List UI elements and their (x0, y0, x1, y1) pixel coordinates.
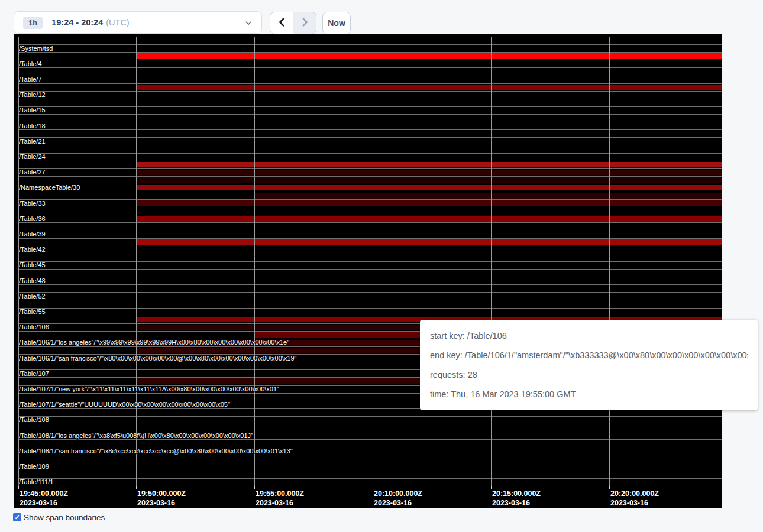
heatmap-cell[interactable] (609, 216, 722, 222)
row-label: /Table/108 (19, 416, 49, 424)
span-boundary-line (18, 129, 722, 130)
heatmap-cell[interactable] (254, 85, 373, 90)
heatmap-cell[interactable] (254, 170, 373, 176)
heatmap-cell[interactable] (373, 193, 491, 199)
heatmap-cell[interactable] (136, 216, 254, 222)
span-boundary-line (18, 246, 722, 246)
span-boundary-line (18, 215, 722, 215)
heatmap-cell[interactable] (609, 162, 722, 168)
time-nav-button-group (270, 12, 316, 34)
heatmap-cell[interactable] (373, 177, 491, 183)
heatmap-cell[interactable] (491, 85, 609, 90)
span-boundary-line (18, 277, 722, 277)
prev-time-button[interactable] (270, 12, 293, 34)
heatmap-cell[interactable] (254, 325, 373, 330)
span-boundary-line (18, 44, 722, 45)
tooltip-end-key: end key: /Table/106/1/"amsterdam"/"\xb33… (430, 351, 748, 360)
heatmap-cell[interactable] (254, 200, 373, 206)
heatmap-cell[interactable] (136, 85, 254, 90)
heatmap-cell[interactable] (136, 53, 254, 59)
heatmap-cell[interactable] (373, 170, 491, 176)
row-label: /Table/21 (19, 138, 46, 145)
tooltip-start-key: start key: /Table/106 (430, 331, 748, 340)
heatmap-cell[interactable] (254, 332, 373, 338)
x-axis-tick: 19:50:00.000Z2023-03-16 (137, 489, 186, 508)
heatmap-cell[interactable] (136, 325, 254, 330)
chevron-left-icon (277, 17, 287, 29)
span-boundary-line (18, 269, 722, 270)
span-boundary-line (18, 161, 722, 161)
heatmap-cell[interactable] (609, 185, 722, 191)
x-axis-tick-time: 19:45:00.000Z (20, 489, 68, 498)
next-time-button[interactable] (293, 12, 316, 34)
heatmap-cell[interactable] (136, 200, 254, 206)
heatmap-cell[interactable] (254, 239, 373, 245)
heatmap-cell[interactable] (136, 348, 254, 353)
heatmap-cell[interactable] (609, 200, 722, 206)
heatmap-cell[interactable] (609, 177, 722, 183)
heatmap-cell[interactable] (136, 378, 254, 384)
heatmap-cell[interactable] (136, 162, 254, 168)
span-tooltip: start key: /Table/106 end key: /Table/10… (420, 320, 758, 410)
heatmap-cell[interactable] (609, 239, 722, 245)
heatmap-cell[interactable] (491, 200, 609, 206)
axis-tick-mark (373, 486, 373, 489)
now-button[interactable]: Now (322, 12, 351, 34)
heatmap-cell[interactable] (491, 177, 609, 183)
span-boundary-line (18, 424, 722, 424)
x-axis-tick-time: 19:55:00.000Z (256, 489, 304, 498)
heatmap-cell[interactable] (491, 216, 609, 222)
axis-tick-mark (254, 486, 255, 489)
heatmap-cell[interactable] (491, 185, 609, 191)
heatmap-cell[interactable] (373, 185, 491, 191)
heatmap-cell[interactable] (254, 177, 373, 183)
heatmap-cell[interactable] (136, 317, 254, 323)
heatmap-cell[interactable] (254, 348, 373, 353)
row-label: /Table/106/1/"los angeles"/"\x99\x99\x99… (19, 339, 289, 346)
key-visualizer-heatmap[interactable]: /System/tsd/Table/4/Table/7/Table/12/Tab… (14, 34, 722, 508)
heatmap-cell[interactable] (609, 53, 722, 59)
span-boundary-line (18, 192, 722, 192)
heatmap-cell[interactable] (373, 200, 491, 206)
heatmap-cell[interactable] (136, 170, 254, 176)
heatmap-cell[interactable] (254, 53, 373, 59)
time-range-selector[interactable]: 1h 19:24 - 20:24 (UTC) (14, 11, 262, 34)
heatmap-cell[interactable] (491, 162, 609, 168)
heatmap-cell[interactable] (373, 216, 491, 222)
heatmap-cell[interactable] (254, 185, 373, 191)
heatmap-cell[interactable] (491, 53, 609, 59)
heatmap-cell[interactable] (609, 170, 722, 176)
heatmap-cell[interactable] (254, 216, 373, 222)
row-label: /Table/48 (19, 277, 46, 285)
heatmap-cell[interactable] (373, 162, 491, 168)
axis-tick-mark (18, 486, 19, 489)
row-label: /Table/107/1/"new york"/"\x11\x11\x11\x1… (19, 385, 279, 393)
column-boundary-line (254, 37, 255, 486)
heatmap-cell[interactable] (136, 239, 254, 245)
span-boundary-line (18, 463, 722, 463)
heatmap-cell[interactable] (373, 239, 491, 245)
footer: ✓ Show span boundaries (13, 512, 105, 523)
heatmap-cell[interactable] (254, 162, 373, 168)
span-boundary-line (18, 153, 722, 154)
heatmap-cell[interactable] (373, 53, 491, 59)
heatmap-cell[interactable] (373, 85, 491, 90)
heatmap-cell[interactable] (491, 239, 609, 245)
heatmap-cell[interactable] (609, 85, 722, 90)
row-label: /Table/7 (19, 76, 42, 83)
heatmap-cell[interactable] (254, 378, 373, 384)
show-span-boundaries-checkbox[interactable]: ✓ (13, 513, 21, 521)
x-axis-tick: 20:10:00.000Z2023-03-16 (374, 489, 422, 508)
heatmap-cell[interactable] (609, 193, 722, 199)
heatmap-cell[interactable] (136, 185, 254, 191)
heatmap-cell[interactable] (136, 177, 254, 183)
row-label: /Table/15 (19, 106, 46, 114)
heatmap-cell[interactable] (254, 317, 373, 323)
heatmap-cell[interactable] (254, 193, 373, 199)
heatmap-cell[interactable] (491, 193, 609, 199)
x-axis-tick-time: 20:20:00.000Z (610, 489, 659, 498)
x-axis-tick-time: 19:50:00.000Z (137, 489, 186, 498)
heatmap-cell[interactable] (491, 170, 609, 176)
x-axis-tick: 20:20:00.000Z2023-03-16 (610, 489, 659, 508)
span-boundary-line (18, 292, 722, 293)
